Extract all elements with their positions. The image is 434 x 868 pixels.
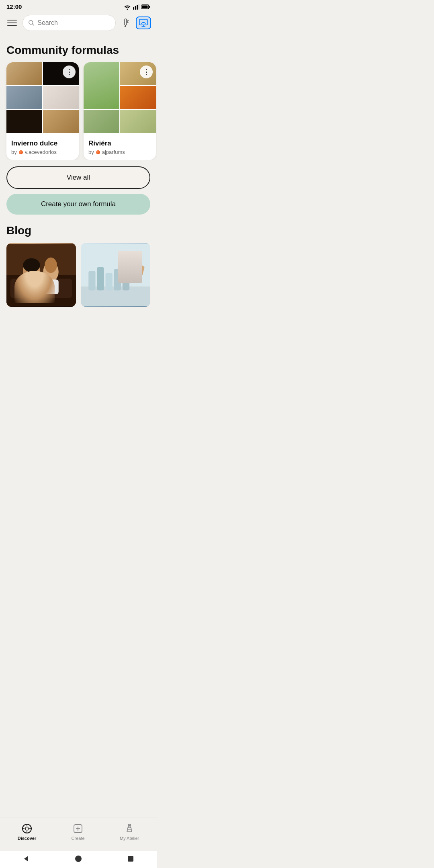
- menu-line-3: [7, 25, 17, 26]
- card-2-author-prefix: by: [88, 149, 94, 155]
- svg-rect-0: [133, 7, 134, 10]
- wand-button[interactable]: [120, 16, 133, 29]
- card-2-author-dot: [96, 150, 100, 154]
- grid-cell-5: [6, 110, 42, 133]
- grid-cell-1: [6, 62, 42, 85]
- grid-cell-r5: [120, 110, 156, 133]
- card-1-author-name: v.acevedorios: [25, 149, 57, 155]
- blog-image-1: [6, 243, 76, 307]
- card-2-author: by ajparfums: [88, 149, 151, 155]
- battery-icon: [141, 4, 150, 9]
- svg-rect-9: [125, 19, 127, 25]
- blog-lab-illustration: [81, 243, 150, 307]
- create-formula-button[interactable]: Create your own formula: [6, 194, 150, 215]
- grid-cell-4: [43, 86, 79, 109]
- card-1-author-prefix: by: [11, 149, 17, 155]
- view-all-button[interactable]: View all: [6, 166, 150, 189]
- svg-rect-5: [142, 5, 148, 8]
- card-1-author-dot: [19, 150, 23, 154]
- card-1-info: Invierno dulce by v.acevedorios: [6, 135, 79, 160]
- wand-icon: [121, 18, 131, 28]
- grid-cell-r1: [84, 62, 119, 109]
- blog-cards-row: [0, 243, 157, 307]
- blog-people-illustration: [6, 243, 76, 307]
- grid-cell-6: [43, 110, 79, 133]
- navbar: [0, 12, 157, 34]
- card-image-grid-2: ⋮: [84, 62, 156, 135]
- svg-rect-3: [139, 4, 140, 10]
- menu-button[interactable]: [6, 18, 18, 28]
- card-1-name: Invierno dulce: [11, 139, 74, 147]
- svg-rect-21: [43, 280, 58, 295]
- blog-image-2: [81, 243, 150, 307]
- svg-point-30: [123, 276, 129, 280]
- svg-rect-22: [40, 273, 43, 283]
- formula-card-riviera[interactable]: ⋮ Riviéra by ajparfums: [84, 62, 156, 160]
- svg-rect-15: [10, 279, 72, 298]
- main-content: Community formulas ⋮ Invierno dulce by: [0, 34, 157, 339]
- svg-point-20: [45, 258, 57, 273]
- svg-rect-27: [106, 273, 113, 290]
- formula-card-invierno[interactable]: ⋮ Invierno dulce by v.acevedorios: [6, 62, 79, 160]
- card-2-more-button[interactable]: ⋮: [140, 66, 153, 78]
- search-input[interactable]: [37, 19, 110, 27]
- svg-line-8: [32, 24, 34, 25]
- card-1-more-button[interactable]: ⋮: [63, 66, 76, 78]
- status-bar: 12:00: [0, 0, 157, 12]
- blog-card-1[interactable]: [6, 243, 76, 307]
- cast-button[interactable]: [136, 16, 151, 29]
- svg-point-12: [143, 22, 144, 23]
- menu-line-2: [7, 23, 17, 23]
- svg-rect-29: [123, 274, 129, 290]
- formula-cards-row: ⋮ Invierno dulce by v.acevedorios: [0, 62, 157, 160]
- blog-card-2[interactable]: [81, 243, 150, 307]
- grid-cell-r3: [120, 86, 156, 109]
- cast-icon: [139, 19, 148, 27]
- blog-title: Blog: [0, 215, 157, 243]
- svg-rect-1: [135, 6, 136, 10]
- action-buttons-row: View all Create your own formula: [0, 160, 157, 215]
- svg-rect-6: [149, 6, 150, 8]
- search-bar[interactable]: [23, 15, 116, 31]
- svg-rect-26: [97, 267, 104, 291]
- grid-cell-3: [6, 86, 42, 109]
- svg-point-17: [23, 258, 40, 272]
- svg-rect-25: [88, 271, 95, 290]
- svg-rect-2: [137, 5, 138, 10]
- card-2-name: Riviéra: [88, 139, 151, 147]
- wifi-icon: [124, 4, 131, 10]
- grid-cell-r4: [84, 110, 119, 133]
- card-image-grid-1: ⋮: [6, 62, 79, 135]
- card-1-author: by v.acevedorios: [11, 149, 74, 155]
- right-icons: [120, 16, 151, 29]
- search-icon: [29, 20, 34, 26]
- community-formulas-title: Community formulas: [0, 41, 157, 62]
- signal-icon: [133, 4, 139, 10]
- svg-rect-28: [114, 269, 121, 291]
- status-time: 12:00: [6, 3, 22, 10]
- svg-rect-18: [23, 279, 40, 294]
- status-icons: [124, 4, 150, 10]
- menu-line-1: [7, 20, 17, 20]
- card-2-info: Riviéra by ajparfums: [84, 135, 156, 160]
- card-2-author-name: ajparfums: [102, 149, 125, 155]
